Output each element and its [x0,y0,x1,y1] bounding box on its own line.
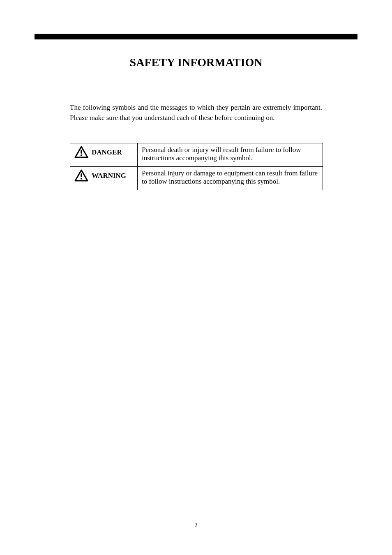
intro-paragraph: The following symbols and the messages t… [70,103,322,123]
svg-rect-2 [81,173,82,177]
table-row: WARNING Personal injury or damage to equ… [70,167,323,190]
safety-symbols-table: DANGER Personal death or injury will res… [70,143,323,190]
symbol-definition: Personal death or injury will result fro… [137,143,323,167]
warning-triangle-icon [74,169,88,182]
table-row: DANGER Personal death or injury will res… [70,143,323,167]
page-title: SAFETY INFORMATION [70,55,322,70]
symbol-definition: Personal injury or damage to equipment c… [137,167,323,190]
svg-rect-0 [81,150,82,154]
warning-triangle-icon [74,146,88,158]
header-rule [35,34,357,39]
page-number: 2 [0,522,392,529]
symbol-label: DANGER [92,146,122,157]
svg-point-1 [81,154,82,156]
svg-point-3 [81,178,82,180]
symbol-label: WARNING [92,169,126,180]
